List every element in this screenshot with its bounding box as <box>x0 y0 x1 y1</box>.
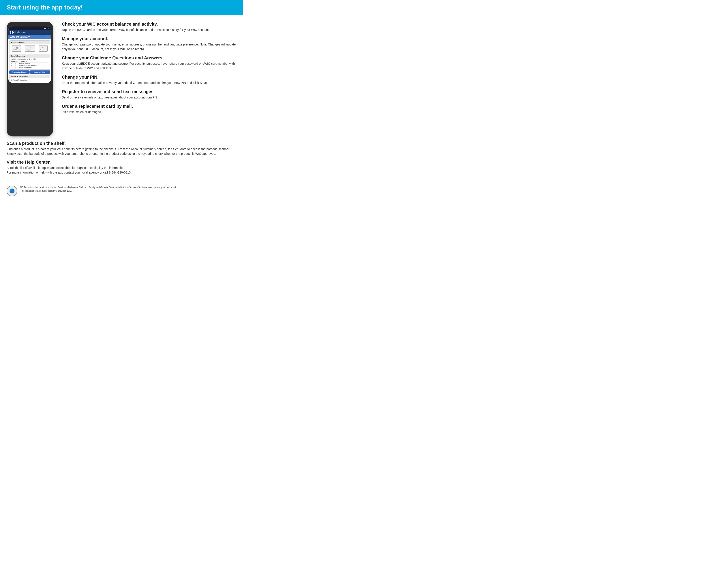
account-services-section: Account Services ▤ PIN Select ? Help Cen… <box>9 40 50 53</box>
benefit-summary-section: Benefit Summary Available benefits expir… <box>9 54 50 70</box>
feature-desc-1: Change your password, update your name, … <box>62 42 236 51</box>
phone-notch <box>24 24 35 26</box>
size-1: oz <box>15 63 19 64</box>
no-posted-transactions: No Posted Transactions <box>9 78 50 82</box>
feature-desc-2: Keep your ebtEDGE account private and se… <box>62 61 236 71</box>
benefit-row-3: 2 oz Fruit And Vegetables <box>11 66 49 68</box>
footer: 🔵 NC Department of Health and Human Serv… <box>0 183 243 199</box>
bottom-section: Scan a product on the shelf. Find out if… <box>0 141 243 183</box>
account-summary-bar: Account Summary 🌐 <box>8 35 51 39</box>
account-services-buttons: ▤ PIN Select ? Help Center ··· See More <box>9 44 50 53</box>
desc-1: Breakfast Cereal <box>19 63 49 64</box>
benefit-summary-header: Benefit Summary <box>9 54 50 58</box>
bottom-feature-desc-1: Scroll the list of available topics and … <box>7 165 236 175</box>
bottom-feature-desc-0: Find out if a product is a part of your … <box>7 147 236 156</box>
ebt-text: ebt <box>17 31 20 33</box>
col-header-qty: Quantity <box>11 60 15 62</box>
qty-2: 18 <box>11 65 15 66</box>
pin-icon: ▤ <box>16 46 18 49</box>
feature-item-4: Register to receive and send text messag… <box>62 89 236 100</box>
footer-line-2: This institution is an equal opportunity… <box>20 189 177 193</box>
help-center-button[interactable]: ? Help Center <box>25 45 35 52</box>
fis-logo: FIS <box>10 31 16 34</box>
bottom-feature-1: Visit the Help Center. Scroll the list o… <box>7 160 236 175</box>
help-center-label: Help Center <box>26 49 34 51</box>
desc-3: Fruit And Vegetables <box>19 67 49 68</box>
benefit-table-header: Quantity Size Description <box>11 60 49 62</box>
size-2: oz <box>15 65 19 66</box>
bottom-feature-0: Scan a product on the shelf. Find out if… <box>7 141 236 156</box>
account-services-header: Account Services <box>9 41 50 44</box>
transaction-history-button[interactable]: Transaction History <box>9 70 30 74</box>
main-content: ▲▲ ▭ FIS ebt EDGE <box>0 22 243 141</box>
qty-3: 2 <box>11 67 15 68</box>
see-more-button[interactable]: ··· See More <box>39 45 48 52</box>
phone-status-bar: ▲▲ ▭ <box>8 26 51 30</box>
phone-mockup: ▲▲ ▭ FIS ebt EDGE <box>7 22 53 136</box>
right-content: Check your WIC account balance and activ… <box>62 22 236 136</box>
transaction-bar: Transaction History Issuance History <box>9 70 50 74</box>
help-icon: ? <box>29 46 31 49</box>
page-title: Start using the app today! <box>7 4 236 11</box>
feature-item-0: Check your WIC account balance and activ… <box>62 22 236 32</box>
feature-title-2: Change your Challenge Questions and Answ… <box>62 55 236 60</box>
pin-select-button[interactable]: ▤ PIN Select <box>12 45 21 52</box>
feature-title-4: Register to receive and send text messag… <box>62 89 236 94</box>
desc-2: WW Bread or Whole Grains <box>19 65 49 66</box>
issuance-history-button[interactable]: Issuance History <box>30 70 50 74</box>
col-header-desc: Description <box>19 60 49 62</box>
feature-item-1: Manage your account. Change your passwor… <box>62 36 236 51</box>
header-banner: Start using the app today! <box>0 0 243 15</box>
signal-icon: ▲▲ <box>43 27 47 29</box>
posted-transactions-header: Posted Transactions <box>9 75 50 78</box>
benefit-row-2: 18 oz WW Bread or Whole Grains <box>11 64 49 66</box>
size-3: oz <box>15 67 19 68</box>
posted-transactions-section: Posted Transactions No Posted Transactio… <box>9 75 50 82</box>
feature-title-5: Order a replacement card by mail. <box>62 104 236 109</box>
feature-desc-3: Enter the requested information to verif… <box>62 81 236 85</box>
edge-text: EDGE <box>21 31 26 33</box>
phone-container: ▲▲ ▭ FIS ebt EDGE <box>7 22 55 136</box>
phone-screen: ▲▲ ▭ FIS ebt EDGE <box>8 26 51 83</box>
fis-grid-icon <box>10 31 13 34</box>
more-icon: ··· <box>42 46 44 49</box>
feature-title-0: Check your WIC account balance and activ… <box>62 22 236 27</box>
pin-select-label: PIN Select <box>13 49 20 51</box>
feature-desc-4: Send or receive emails or text messages … <box>62 95 236 100</box>
globe-icon: 🌐 <box>47 36 49 38</box>
benefit-table: Quantity Size Description 10 oz Breakfas… <box>9 60 50 69</box>
feature-item-5: Order a replacement card by mail. If it’… <box>62 104 236 114</box>
fis-text: FIS <box>13 31 16 33</box>
state-seal: 🔵 <box>7 186 17 196</box>
feature-item-3: Change your PIN. Enter the requested inf… <box>62 75 236 85</box>
feature-title-1: Manage your account. <box>62 36 236 41</box>
see-more-label: See More <box>40 49 46 51</box>
bottom-feature-title-1: Visit the Help Center. <box>7 160 236 165</box>
feature-item-2: Change your Challenge Questions and Answ… <box>62 55 236 71</box>
battery-icon: ▭ <box>48 27 49 29</box>
feature-title-3: Change your PIN. <box>62 75 236 80</box>
footer-line-1: NC Department of Health and Human Servic… <box>20 186 177 189</box>
bottom-feature-title-0: Scan a product on the shelf. <box>7 141 236 146</box>
benefit-row-1: 10 oz Breakfast Cereal <box>11 62 49 64</box>
screen-title: Account Summary <box>10 36 30 38</box>
phone-app-header: FIS ebt EDGE <box>8 30 51 35</box>
footer-text: NC Department of Health and Human Servic… <box>20 186 177 193</box>
benefit-expires: Available benefits expire on 12-31-2024 <box>9 58 50 60</box>
col-header-size: Size <box>15 60 19 62</box>
qty-1: 10 <box>11 63 15 64</box>
feature-desc-5: If it’s lost, stolen or damaged. <box>62 110 236 114</box>
feature-desc-0: Tap on the eWIC card to see your current… <box>62 28 236 32</box>
